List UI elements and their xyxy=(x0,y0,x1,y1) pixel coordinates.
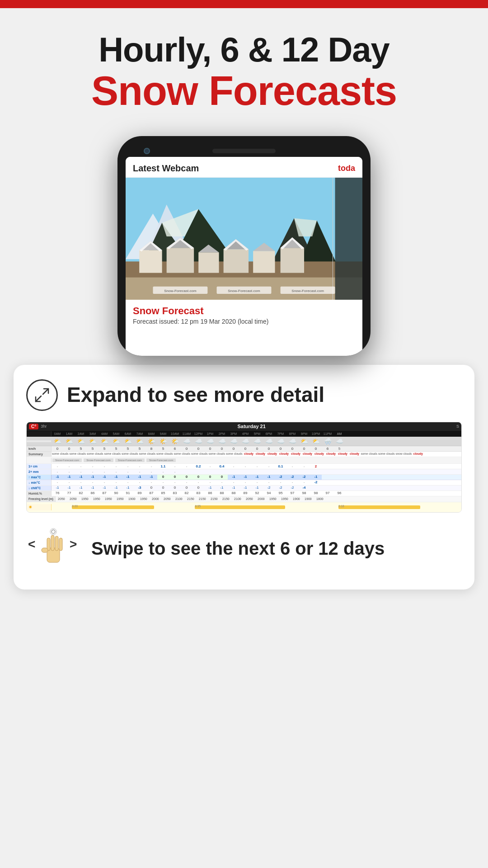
snow1-22: 2 xyxy=(310,464,322,468)
snow2-row: 2+ mm - - - - - - - - - - - xyxy=(27,469,461,475)
expand-card: Expand to see more detail C° 3hr Saturda… xyxy=(14,365,474,590)
humidity-row: Humid.% 76 77 82 86 87 90 91 89 87 85 83… xyxy=(27,491,461,496)
svg-text:>: > xyxy=(70,537,77,551)
wind-7: 5 xyxy=(134,447,145,451)
icon-13: ☁️ xyxy=(204,438,216,445)
wind-8: 8 xyxy=(145,447,157,451)
snow1-19: 0.1 xyxy=(275,464,286,468)
header-title: Snow Forecasts xyxy=(18,69,470,113)
forecast-issued: Forecast issued: 12 pm 19 Mar 2020 (loca… xyxy=(133,318,355,325)
day-label: Saturday 21 xyxy=(237,424,265,429)
svg-rect-46 xyxy=(55,536,58,551)
webcam-svg: Snow-Forecast.com Snow-Forecast.com Snow… xyxy=(126,178,362,300)
svg-line-40 xyxy=(36,396,41,401)
sum-7: some clouds xyxy=(174,452,191,456)
svg-text:Snow-Forecast.com: Snow-Forecast.com xyxy=(228,288,260,292)
sum-1: some clouds xyxy=(69,452,87,456)
wind-20: 0 xyxy=(286,447,298,451)
wind-label: km/h xyxy=(27,446,52,451)
wind-2: 5 xyxy=(75,447,87,451)
snow1-15: - xyxy=(228,464,239,468)
snow1-11: - xyxy=(181,464,192,468)
webcam-image: Snow-Forecast.com Snow-Forecast.com Snow… xyxy=(126,178,362,300)
wind-4: 5 xyxy=(99,447,110,451)
wind-15: 0 xyxy=(228,447,239,451)
hour-2am: 2AM xyxy=(75,431,87,436)
hour-7am: 7AM xyxy=(134,431,145,436)
sum-20: cloudy xyxy=(349,452,361,456)
hour-6am: 6AM xyxy=(122,431,134,436)
wind-0: 0 xyxy=(52,447,63,451)
sum-5: some clouds xyxy=(139,452,156,456)
sum-3: some clouds xyxy=(104,452,122,456)
today-label: toda xyxy=(338,164,355,173)
header-subtitle: Hourly, 6 & 12 Day xyxy=(18,31,470,69)
hour-5pm: 5PM xyxy=(251,431,263,436)
hour-1am: 1AM xyxy=(63,431,75,436)
hour-10am: 10AM xyxy=(169,431,181,436)
wind-11: 0 xyxy=(181,447,192,451)
icon-17: ☁️ xyxy=(251,438,263,445)
snow2-label: 2+ mm xyxy=(27,469,52,474)
icon-12: ☁️ xyxy=(192,438,204,445)
icon-9: 🌤️ xyxy=(157,438,169,445)
snow1-20: - xyxy=(286,464,298,468)
sun-bar-2 xyxy=(195,505,285,509)
sum-15: cloudy xyxy=(290,452,302,456)
wind-9: 5 xyxy=(157,447,169,451)
icon-0: ⛅ xyxy=(52,438,63,445)
wind-21: 0 xyxy=(298,447,310,451)
watermark-row: Snow-Forecast.com Snow-Forecast.com Snow… xyxy=(27,457,461,464)
swipe-gesture-icon: < > xyxy=(26,524,80,573)
hour-3am: 3AM xyxy=(87,431,99,436)
sum-10: some clouds xyxy=(225,452,243,456)
svg-line-37 xyxy=(43,389,48,394)
humid-label: Humid.% xyxy=(27,491,52,496)
swipe-text: Swipe to see the next 6 or 12 days xyxy=(91,538,385,559)
icon-23: 🌨️ xyxy=(322,438,333,445)
temp-toggle[interactable]: C° xyxy=(29,424,38,429)
sum-16: cloudy xyxy=(302,452,314,456)
wind-14: 0 xyxy=(216,447,228,451)
sum-9: some clouds xyxy=(208,452,226,456)
svg-rect-18 xyxy=(253,251,275,273)
icon-5: ⛅ xyxy=(110,438,122,445)
expand-icon xyxy=(26,379,58,411)
icon-2: ⛅ xyxy=(75,438,87,445)
icon-18: ☁️ xyxy=(263,438,275,445)
svg-rect-12 xyxy=(167,248,194,273)
icon-22: ⛅ xyxy=(310,438,322,445)
svg-rect-48 xyxy=(42,548,48,552)
phone-camera xyxy=(144,148,150,154)
chillc-row: ↓ chill°C -1 -1 -1 -1 -1 -1 -1 -3 0 0 0 … xyxy=(27,486,461,491)
snow1-6: - xyxy=(122,464,134,468)
sum-19: cloudy xyxy=(337,452,349,456)
expand-card-header: Expand to see more detail xyxy=(26,379,462,411)
snow1-18: - xyxy=(263,464,275,468)
hour-10pm: 10PM xyxy=(310,431,322,436)
wind-1: 0 xyxy=(63,447,75,451)
hour-am-next: AM xyxy=(333,431,345,436)
phone-notch xyxy=(126,149,362,153)
phone-speaker xyxy=(212,149,276,153)
wind-row: km/h 0 0 5 5 5 5 5 5 8 5 6 0 0 0 0 0 0 0… xyxy=(27,446,461,452)
sun-row: ☀ 6:20 6:35 6:18 xyxy=(27,502,461,512)
swipe-svg: < > xyxy=(26,524,80,573)
icon-11: ☁️ xyxy=(181,438,192,445)
wind-18: 0 xyxy=(263,447,275,451)
svg-text:Snow-Forecast.com: Snow-Forecast.com xyxy=(291,288,324,292)
webcam-label: Latest Webcam xyxy=(133,163,199,174)
sum-14: cloudy xyxy=(278,452,290,456)
icon-6: ⛅ xyxy=(122,438,134,445)
minc-row: ↓ min°C - - - - - - - - - - - - - - - - … xyxy=(27,480,461,486)
sum-2: some clouds xyxy=(86,452,104,456)
sum-17: cloudy xyxy=(314,452,325,456)
icon-1: ⛅ xyxy=(63,438,75,445)
wind-23: 6 xyxy=(322,447,333,451)
svg-rect-10 xyxy=(139,250,162,273)
sun-bar-1 xyxy=(72,505,154,509)
forecast-table: C° 3hr Saturday 21 S 0AM 1AM 2AM 3AM 4AM… xyxy=(26,422,462,513)
svg-rect-47 xyxy=(59,538,62,551)
snow1-2: - xyxy=(75,464,87,468)
svg-rect-45 xyxy=(51,535,54,551)
